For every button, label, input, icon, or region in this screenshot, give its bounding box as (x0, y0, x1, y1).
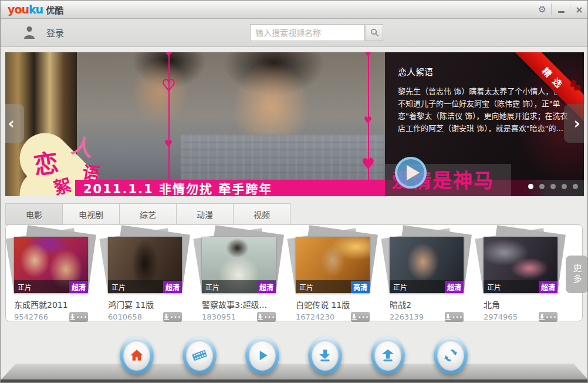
dock-refresh-button[interactable] (434, 337, 468, 374)
more-options-icon: ••• (358, 315, 369, 319)
download-icon (352, 314, 357, 320)
more-options-icon: ••• (76, 315, 87, 319)
movie-poster-image: 正片 超清 (390, 237, 464, 293)
dock-play-button[interactable] (245, 337, 279, 374)
refresh-icon (443, 348, 458, 363)
more-button[interactable]: 更多 (566, 256, 588, 293)
movie-poster-image: 正片 超清 (108, 237, 182, 293)
dock-download-button[interactable] (308, 337, 342, 374)
carousel-dot[interactable] (528, 184, 533, 189)
chevron-right-icon: › (574, 115, 580, 132)
download-button[interactable]: ••• (539, 312, 557, 322)
login-link[interactable]: 登录 (46, 26, 64, 39)
play-button[interactable] (395, 157, 427, 189)
tab-variety[interactable]: 综艺 (119, 203, 177, 225)
heart-divider: ♥ ♥ ♥ (368, 52, 369, 196)
download-icon (258, 314, 263, 320)
home-icon (129, 348, 144, 363)
movie-title[interactable]: 鸿门宴 11版 (108, 298, 182, 310)
tab-videos[interactable]: 视频 (233, 203, 290, 225)
thumbnail-bar: 正片 超清 (14, 280, 88, 293)
movie-title[interactable]: 警察故事3:超级... (202, 298, 276, 310)
download-button[interactable]: ••• (257, 312, 276, 322)
featured-description: 黎先生（曾志伟 饰）瞒着太太养了个小情人，但却不知道儿子的一位好友阿宝（陈伟霆 … (398, 85, 575, 135)
download-button[interactable]: ••• (445, 312, 464, 322)
movie-thumbnail[interactable]: 正片 超清 (390, 233, 464, 293)
close-icon: × (575, 4, 583, 15)
carousel-next-button[interactable]: › (564, 104, 584, 143)
view-count: 2974965 (484, 313, 518, 321)
play-icon (255, 348, 270, 363)
movie-thumbnail[interactable]: 正片 超清 (14, 233, 88, 293)
dock-home-button[interactable] (120, 337, 154, 374)
logo-you: you (8, 3, 29, 16)
carousel-pagination (528, 184, 578, 189)
release-banner-text: 2011.1.1 非情勿扰 牵手跨年 (75, 179, 272, 196)
settings-button[interactable]: ⚙ (533, 1, 551, 18)
quality-badge: 超清 (539, 281, 557, 293)
chevron-left-icon: ‹ (8, 115, 15, 132)
download-button[interactable]: ••• (163, 312, 182, 322)
movie-title[interactable]: 东成西就2011 (14, 298, 88, 310)
view-count: 9542766 (14, 313, 48, 321)
feature-label: 正片 (393, 282, 407, 292)
movie-card: 正片 高清 白蛇传说 11版 16724230 ••• (296, 233, 370, 321)
feature-label: 正片 (299, 282, 313, 292)
movie-panel: 正片 超清 东成西就2011 9542766 ••• (5, 224, 583, 321)
carousel-prev-button[interactable]: ‹ (5, 104, 24, 143)
category-tabs: 电影 电视剧 综艺 动漫 视频 (6, 203, 290, 225)
movie-thumbnail[interactable]: 正片 超清 (108, 233, 182, 293)
upload-icon (380, 348, 396, 363)
carousel-dot[interactable] (550, 184, 556, 189)
search-button[interactable] (366, 24, 383, 41)
minimize-icon (558, 11, 565, 13)
movie-meta: 16724230 ••• (296, 313, 370, 321)
feature-label: 正片 (111, 282, 126, 292)
movie-title[interactable]: 白蛇传说 11版 (296, 298, 370, 310)
tab-anime[interactable]: 动漫 (176, 203, 234, 225)
feature-label: 正片 (205, 282, 219, 292)
download-button[interactable]: ••• (351, 312, 370, 322)
search-icon (370, 28, 379, 37)
poster-char: 人 (69, 128, 96, 162)
gear-icon: ⚙ (538, 4, 546, 15)
movie-title[interactable]: 北角 (484, 298, 557, 310)
more-options-icon: ••• (264, 315, 275, 319)
download-icon (164, 314, 169, 320)
download-button[interactable]: ••• (69, 312, 88, 322)
carousel-dot[interactable] (573, 184, 578, 189)
download-icon (445, 314, 451, 320)
release-banner: 2011.1.1 非情勿扰 牵手跨年 (75, 180, 385, 196)
logo-ku: ku (29, 3, 43, 16)
tab-movies[interactable]: 电影 (5, 203, 63, 225)
movie-thumbnail[interactable]: 正片 超清 (202, 233, 276, 293)
movie-meta: 9542766 ••• (14, 313, 88, 321)
movie-poster-image: 正片 超清 (484, 237, 557, 293)
tab-tv-series[interactable]: 电视剧 (62, 203, 120, 225)
movie-card: 正片 超清 鸿门宴 11版 6010658 ••• (108, 233, 182, 321)
carousel-dot[interactable] (562, 184, 567, 189)
logo-cn: 优酷 (46, 5, 63, 16)
search-input[interactable] (250, 24, 365, 41)
featured-carousel: ♥ ♥ ♥ ♥ ♥ ♥ ♥ 恋 人 絮 语 2011.1.1 非情勿扰 牵手跨年… (5, 52, 584, 196)
movie-thumbnail[interactable]: 正片 高清 (296, 233, 370, 293)
filmstrip-icon (191, 347, 208, 364)
view-count: 2263139 (390, 313, 424, 321)
quality-badge: 高清 (351, 281, 370, 293)
minimize-button[interactable] (552, 1, 570, 18)
more-options-icon: ••• (546, 315, 557, 319)
carousel-dot[interactable] (539, 184, 545, 189)
close-button[interactable]: × (570, 1, 588, 18)
feature-label: 正片 (487, 282, 501, 292)
dock-movies-button[interactable] (183, 337, 217, 374)
thumbnail-bar: 正片 超清 (108, 280, 182, 293)
download-icon (317, 348, 333, 363)
movie-title[interactable]: 暗战2 (390, 298, 464, 310)
movie-thumbnail[interactable]: 正片 超清 (484, 233, 557, 293)
movie-card: 正片 超清 暗战2 2263139 ••• (390, 233, 464, 321)
movie-card: 正片 超清 东成西就2011 9542766 ••• (14, 233, 88, 321)
user-icon (23, 25, 36, 42)
quality-badge: 超清 (69, 281, 88, 293)
dock-upload-button[interactable] (371, 337, 405, 374)
movie-poster-image: 正片 超清 (14, 237, 88, 293)
